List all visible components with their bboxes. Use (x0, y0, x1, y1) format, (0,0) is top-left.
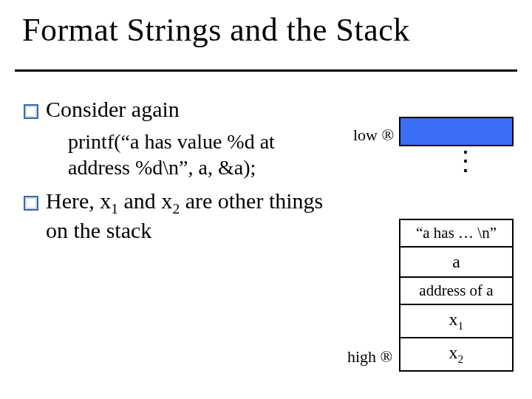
b2-sub2: 2 (172, 201, 180, 216)
bullet-1: Consider again (24, 96, 334, 123)
stack-cell-x2: x2 (400, 338, 512, 370)
slide: Format Strings and the Stack Consider ag… (0, 0, 532, 399)
title-divider (15, 69, 517, 72)
x1-sub: 1 (458, 319, 464, 332)
stack-table: “a has … \n” a address of a x1 x2 (399, 219, 514, 372)
bullet-2: Here, x1 and x2 are other things on the … (24, 188, 334, 244)
code-snippet: printf(“a has value %d at address %d\n”,… (68, 129, 334, 180)
slide-body: Consider again printf(“a has value %d at… (24, 96, 334, 250)
bullet-icon (24, 104, 38, 119)
vertical-ellipsis: ⋮ (452, 155, 479, 167)
label-high: high ® (347, 347, 392, 366)
b2-part1: Here, x (46, 188, 111, 213)
stack-cell-x1: x1 (400, 305, 512, 338)
bullet-2-text: Here, x1 and x2 are other things on the … (46, 188, 334, 244)
x1-pre: x (449, 310, 458, 329)
bullet-icon (24, 196, 38, 211)
stack-cell-a: a (400, 248, 512, 277)
stack-cell-addr-a: address of a (400, 278, 512, 305)
x2-pre: x (449, 343, 458, 362)
label-low: low ® (353, 126, 394, 145)
x2-sub: 2 (458, 352, 464, 365)
b2-sub1: 1 (111, 201, 118, 216)
slide-title: Format Strings and the Stack (22, 13, 510, 47)
stack-cell-format-string: “a has … \n” (400, 220, 512, 248)
bullet-1-text: Consider again (46, 96, 334, 123)
stack-top-box (399, 117, 514, 146)
b2-part2: and x (118, 188, 172, 213)
